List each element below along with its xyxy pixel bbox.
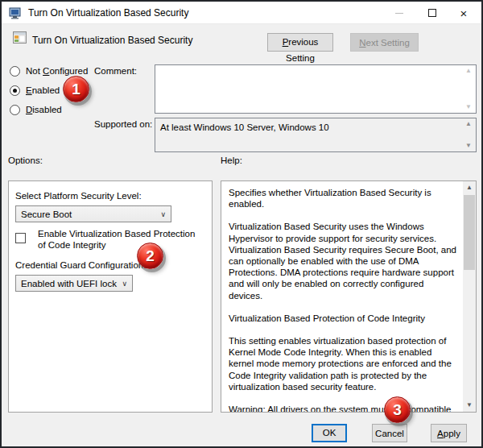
group-policy-setting-dialog: Turn On Virtualization Based Security × … xyxy=(0,0,483,448)
scroll-down-icon[interactable]: ▼ xyxy=(463,399,476,412)
scroll-up-icon[interactable]: ▲ xyxy=(464,120,473,128)
radio-circle xyxy=(10,105,20,115)
help-paragraph: Virtualization Based Protection of Code … xyxy=(229,313,458,324)
radio-circle xyxy=(10,66,20,77)
supported-on-value: At least Windows 10 Server, Windows 10 xyxy=(160,122,329,132)
maximize-button[interactable] xyxy=(419,2,445,24)
comment-input[interactable]: ▲ ▼ xyxy=(155,64,477,114)
annotation-badge-1: 1 xyxy=(63,76,89,102)
code-integrity-checkbox[interactable] xyxy=(15,233,26,243)
credential-guard-label: Credential Guard Configuration: xyxy=(15,260,146,270)
radio-label: Disabled xyxy=(26,105,62,114)
platform-security-level-label: Select Platform Security Level: xyxy=(15,191,142,201)
policy-title: Turn On Virtualization Based Security xyxy=(32,35,192,46)
supported-on-field[interactable]: At least Windows 10 Server, Windows 10 ▲… xyxy=(155,118,477,152)
scroll-up-icon[interactable]: ▲ xyxy=(464,67,473,75)
app-window-icon xyxy=(9,6,22,19)
radio-label: Not Configured xyxy=(26,66,88,76)
scroll-down-icon[interactable]: ▼ xyxy=(464,103,473,111)
dropdown-value: Secure Boot xyxy=(21,209,72,219)
help-section-label: Help: xyxy=(221,156,242,165)
annotation-badge-2: 2 xyxy=(137,243,163,269)
supported-on-label: Supported on: xyxy=(94,119,152,129)
close-button[interactable]: × xyxy=(451,2,477,24)
title-bar: Turn On Virtualization Based Security × xyxy=(2,2,481,24)
window-title: Turn On Virtualization Based Security xyxy=(28,2,188,24)
scroll-down-icon[interactable]: ▼ xyxy=(464,142,473,150)
chevron-down-icon: ∨ xyxy=(122,280,127,288)
dropdown-value: Enabled with UEFI lock xyxy=(21,279,117,288)
credential-guard-dropdown[interactable]: Enabled with UEFI lock ∨ xyxy=(15,275,133,292)
comment-label: Comment: xyxy=(94,66,137,76)
minimize-button[interactable] xyxy=(386,2,412,24)
apply-button[interactable]: Apply xyxy=(431,424,467,442)
help-paragraph: Specifies whether Virtualization Based S… xyxy=(229,187,458,209)
platform-security-level-dropdown[interactable]: Secure Boot ∨ xyxy=(15,205,171,222)
previous-setting-button[interactable]: Previous Setting xyxy=(267,33,333,52)
radio-circle xyxy=(10,85,20,96)
help-text: Specifies whether Virtualization Based S… xyxy=(221,181,462,412)
radio-label: Enabled xyxy=(26,85,60,95)
close-icon: × xyxy=(460,7,468,19)
options-section-label: Options: xyxy=(8,156,43,165)
policy-setting-icon xyxy=(13,31,27,44)
next-setting-button[interactable]: Next Setting xyxy=(350,33,419,52)
radio-enabled[interactable]: Enabled xyxy=(10,84,60,97)
minimize-icon xyxy=(395,13,403,14)
maximize-icon xyxy=(428,9,436,17)
scroll-up-icon[interactable]: ▲ xyxy=(463,181,476,194)
help-scrollbar[interactable]: ▲ ▼ xyxy=(463,181,476,412)
help-panel: Specifies whether Virtualization Based S… xyxy=(221,180,477,413)
cancel-button[interactable]: Cancel xyxy=(372,424,407,442)
help-paragraph: Virtualization Based Security uses the W… xyxy=(229,221,458,301)
options-panel: Select Platform Security Level: Secure B… xyxy=(8,180,213,413)
help-paragraph: Warning: All drivers on the system must … xyxy=(229,404,458,412)
code-integrity-label: Enable Virtualization Based Protection o… xyxy=(38,228,204,251)
help-paragraph: This setting enables virtualization base… xyxy=(229,335,458,392)
ok-button[interactable]: OK xyxy=(312,424,347,442)
annotation-badge-3: 3 xyxy=(384,396,411,423)
chevron-down-icon: ∨ xyxy=(160,210,166,218)
scrollbar-thumb[interactable] xyxy=(464,195,475,270)
radio-disabled[interactable]: Disabled xyxy=(10,103,62,116)
